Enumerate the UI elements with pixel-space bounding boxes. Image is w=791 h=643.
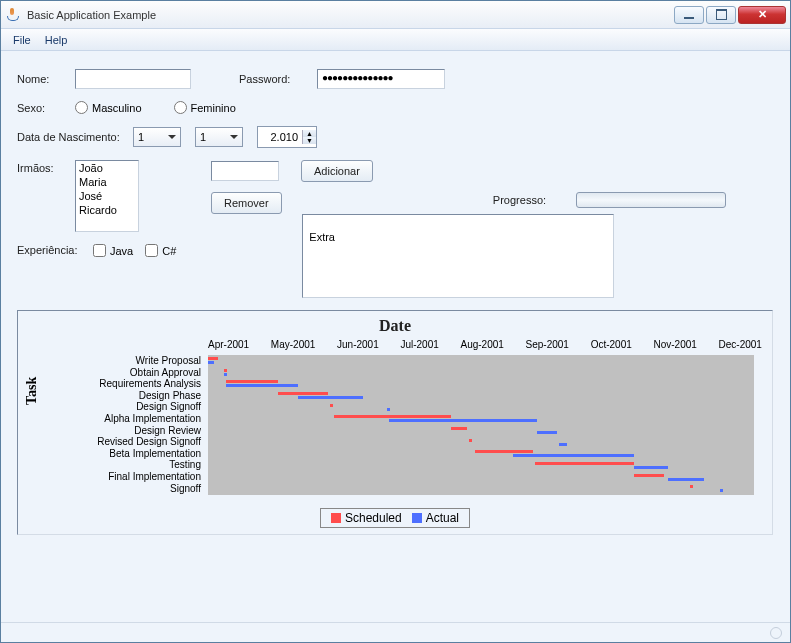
check-csharp[interactable]: C# xyxy=(145,244,176,257)
radio-female[interactable]: Feminino xyxy=(174,101,236,114)
maximize-button[interactable] xyxy=(706,6,736,24)
remove-button[interactable]: Remover xyxy=(211,192,282,214)
menu-help[interactable]: Help xyxy=(39,32,74,48)
name-input[interactable] xyxy=(75,69,191,89)
exp-label: Experiência: xyxy=(17,244,93,256)
menu-bar: File Help xyxy=(1,29,790,51)
legend-swatch-scheduled xyxy=(331,513,341,523)
progress-bar xyxy=(576,192,726,208)
window-buttons xyxy=(674,6,786,24)
extra-textarea[interactable]: Extra xyxy=(302,214,614,298)
radio-male-label: Masculino xyxy=(92,102,142,114)
dob-month-combo[interactable]: 1 xyxy=(195,127,243,147)
list-item[interactable]: João xyxy=(76,161,138,175)
password-label: Password: xyxy=(239,73,317,85)
siblings-label: Irmãos: xyxy=(17,160,75,174)
dob-day-combo[interactable]: 1 xyxy=(133,127,181,147)
check-java-label: Java xyxy=(110,245,133,257)
siblings-listbox[interactable]: João Maria José Ricardo xyxy=(75,160,139,232)
radio-female-label: Feminino xyxy=(191,102,236,114)
menu-file[interactable]: File xyxy=(7,32,37,48)
radio-male[interactable]: Masculino xyxy=(75,101,142,114)
spinner-down-icon: ▼ xyxy=(303,137,316,144)
check-csharp-label: C# xyxy=(162,245,176,257)
dob-label: Data de Nascimento: xyxy=(17,131,133,143)
gantt-chart: Date Task Apr-2001 May-2001 Jun-2001 Jul… xyxy=(17,310,773,535)
chart-legend: Scheduled Actual xyxy=(18,508,772,528)
spinner-up-icon: ▲ xyxy=(303,130,316,137)
status-bar xyxy=(1,622,790,642)
status-circle-icon xyxy=(770,627,782,639)
progress-label: Progresso: xyxy=(493,194,546,206)
check-java[interactable]: Java xyxy=(93,244,133,257)
list-item[interactable]: José xyxy=(76,189,138,203)
task-labels: Write Proposal Obtain Approval Requireme… xyxy=(18,355,204,494)
password-input[interactable]: ●●●●●●●●●●●●●● xyxy=(317,69,445,89)
name-label: Nome: xyxy=(17,73,75,85)
minimize-button[interactable] xyxy=(674,6,704,24)
dob-year-spinner[interactable]: 2.010 ▲▼ xyxy=(257,126,317,148)
close-button[interactable] xyxy=(738,6,786,24)
window-title: Basic Application Example xyxy=(27,9,674,21)
chart-title: Date xyxy=(18,317,772,335)
java-icon xyxy=(5,7,21,23)
title-bar: Basic Application Example xyxy=(1,1,790,29)
plot-area xyxy=(208,355,754,495)
sex-label: Sexo: xyxy=(17,102,75,114)
content-area: Nome: Password: ●●●●●●●●●●●●●● Sexo: Mas… xyxy=(1,51,790,622)
x-axis-ticks: Apr-2001 May-2001 Jun-2001 Jul-2001 Aug-… xyxy=(208,339,762,350)
app-window: Basic Application Example File Help Nome… xyxy=(0,0,791,643)
legend-swatch-actual xyxy=(412,513,422,523)
sibling-input[interactable] xyxy=(211,161,279,181)
list-item[interactable]: Ricardo xyxy=(76,203,138,217)
add-button[interactable]: Adicionar xyxy=(301,160,373,182)
list-item[interactable]: Maria xyxy=(76,175,138,189)
